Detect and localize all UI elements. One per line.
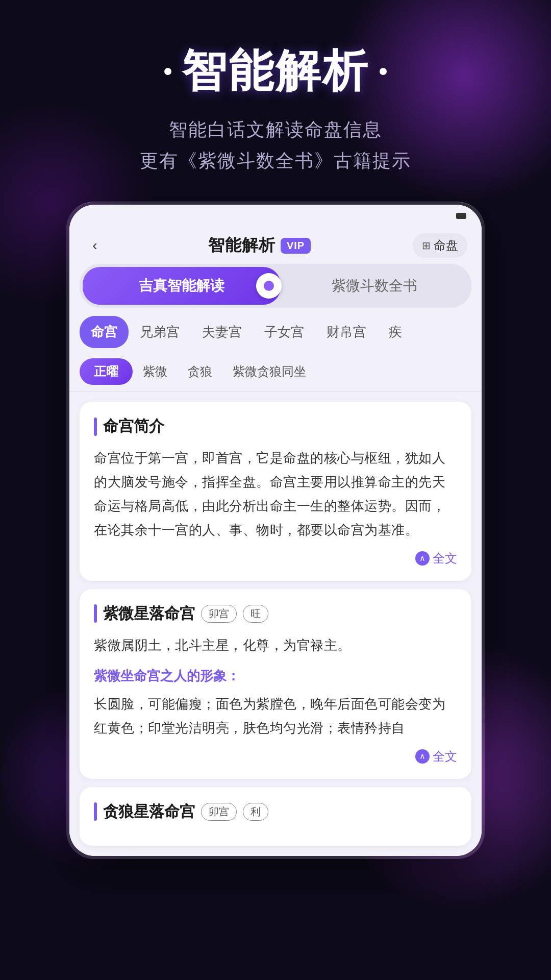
card-tanlang-minggong: 贪狼星落命宫 卯宫 利 <box>80 787 471 846</box>
toggle-inactive-tab[interactable]: 紫微斗数全书 <box>281 267 468 305</box>
card1-read-more-button[interactable]: ∧ 全文 <box>415 550 457 567</box>
main-title: 智能解析 <box>182 41 369 102</box>
top-nav: ‹ 智能解析 VIP ⊞ 命盘 <box>69 227 482 264</box>
sub-tab-2[interactable]: 贪狼 <box>178 358 222 385</box>
toggle-section: 吉真智能解读 紫微斗数全书 <box>69 264 482 316</box>
card3-badge-maogong: 卯宫 <box>201 803 237 821</box>
toggle-container: 吉真智能解读 紫微斗数全书 <box>80 264 471 308</box>
subtitle-line1: 智能白话文解读命盘信息 <box>140 114 411 145</box>
card2-badge-maogong: 卯宫 <box>201 605 237 623</box>
card2-body: 紫微属阴土，北斗主星，化尊，为官禄主。 <box>94 633 457 657</box>
card3-title-row: 贪狼星落命宫 卯宫 利 <box>94 801 457 822</box>
header-section: 智能解析 智能白话文解读命盘信息 更有《紫微斗数全书》古籍提示 <box>140 41 411 176</box>
category-tab-2[interactable]: 夫妻宫 <box>191 316 253 348</box>
category-tab-4[interactable]: 财帛宫 <box>315 316 378 348</box>
card2-purple-body: 长圆脸，可能偏瘦；面色为紫膛色，晚年后面色可能会变为红黄色；印堂光洁明亮，肤色均… <box>94 692 457 740</box>
category-tab-0[interactable]: 命宫 <box>80 316 129 348</box>
vip-badge: VIP <box>281 238 311 254</box>
category-tabs: 命宫 兄弟宫 夫妻宫 子女宫 财帛宫 疾 <box>69 316 482 352</box>
nav-title-group: 智能解析 VIP <box>208 234 311 257</box>
toggle-active-label: 吉真智能解读 <box>139 278 224 293</box>
phone-inner: ‹ 智能解析 VIP ⊞ 命盘 吉真智能解读 <box>69 205 482 855</box>
card2-accent <box>94 604 97 623</box>
status-bar <box>69 205 482 227</box>
nav-title: 智能解析 <box>208 234 276 257</box>
card1-body: 命宫位于第一宫，即首宫，它是命盘的核心与枢纽，犹如人的大脑发号施令，指挥全盘。命… <box>94 446 457 542</box>
toggle-ball <box>256 273 282 299</box>
mingpan-button[interactable]: ⊞ 命盘 <box>413 233 467 258</box>
sub-tab-3[interactable]: 紫微贪狼同坐 <box>222 358 316 385</box>
card1-title: 命宫简介 <box>103 416 164 437</box>
card2-read-more-row: ∧ 全文 <box>94 748 457 765</box>
phone-mockup: ‹ 智能解析 VIP ⊞ 命盘 吉真智能解读 <box>66 202 485 859</box>
card1-chevron-up-icon: ∧ <box>415 551 430 566</box>
card2-read-more-label: 全文 <box>433 748 457 765</box>
card2-title: 紫微星落命宫 <box>103 603 195 624</box>
title-dot-left <box>164 68 171 75</box>
card-minggong-intro: 命宫简介 命宫位于第一宫，即首宫，它是命盘的核心与枢纽，犹如人的大脑发号施令，指… <box>80 402 471 580</box>
mingpan-label: 命盘 <box>434 237 458 254</box>
sub-tab-1[interactable]: 紫微 <box>133 358 178 385</box>
card3-title: 贪狼星落命宫 <box>103 801 195 822</box>
card1-read-more-row: ∧ 全文 <box>94 550 457 567</box>
card1-title-row: 命宫简介 <box>94 416 457 437</box>
back-button[interactable]: ‹ <box>84 234 106 257</box>
category-tab-3[interactable]: 子女宫 <box>253 316 315 348</box>
card2-badge-wang: 旺 <box>243 605 268 623</box>
signal-icon <box>456 213 466 219</box>
card3-badge-li: 利 <box>243 803 268 821</box>
subtitle-line2: 更有《紫微斗数全书》古籍提示 <box>140 145 411 176</box>
app-content: ‹ 智能解析 VIP ⊞ 命盘 吉真智能解读 <box>69 205 482 855</box>
mingpan-icon: ⊞ <box>422 239 431 252</box>
card3-accent <box>94 802 97 821</box>
title-row: 智能解析 <box>140 41 411 102</box>
sub-tabs: 正曜 紫微 贪狼 紫微贪狼同坐 <box>69 352 482 391</box>
card2-chevron-up-icon: ∧ <box>415 749 430 764</box>
main-content: 命宫简介 命宫位于第一宫，即首宫，它是命盘的核心与枢纽，犹如人的大脑发号施令，指… <box>69 391 482 855</box>
card-ziwei-minggong: 紫微星落命宫 卯宫 旺 紫微属阴土，北斗主星，化尊，为官禄主。 紫微坐命宫之人的… <box>80 589 471 779</box>
card1-accent <box>94 418 97 436</box>
card2-read-more-button[interactable]: ∧ 全文 <box>415 748 457 765</box>
sub-tab-0[interactable]: 正曜 <box>80 358 133 385</box>
status-icons <box>456 213 466 219</box>
category-tab-1[interactable]: 兄弟宫 <box>129 316 191 348</box>
page-content: 智能解析 智能白话文解读命盘信息 更有《紫微斗数全书》古籍提示 ‹ <box>0 0 551 859</box>
card2-title-row: 紫微星落命宫 卯宫 旺 <box>94 603 457 624</box>
card1-read-more-label: 全文 <box>433 550 457 567</box>
toggle-active-tab[interactable]: 吉真智能解读 <box>83 267 281 305</box>
category-tab-5[interactable]: 疾 <box>378 316 413 348</box>
subtitle: 智能白话文解读命盘信息 更有《紫微斗数全书》古籍提示 <box>140 114 411 176</box>
title-dot-right <box>380 68 387 75</box>
card2-purple-label: 紫微坐命宫之人的形象： <box>94 664 457 688</box>
